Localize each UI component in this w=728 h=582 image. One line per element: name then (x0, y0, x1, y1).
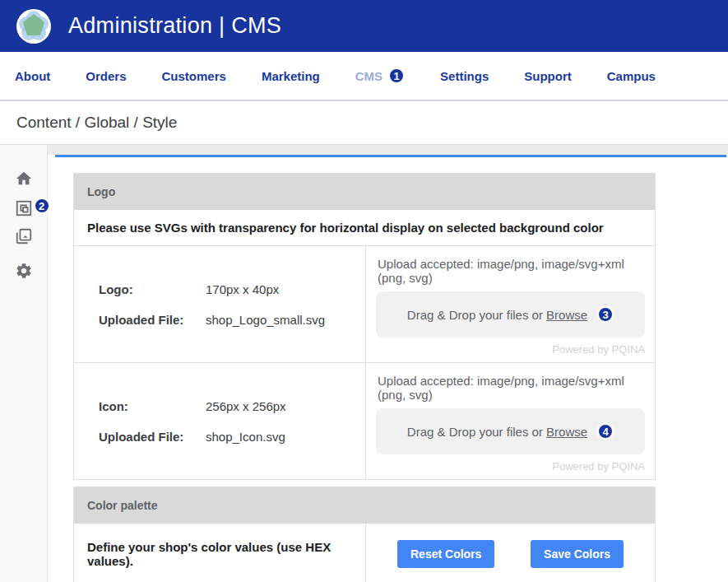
browse-link[interactable]: Browse (546, 425, 587, 439)
upload-accepted-text: Upload accepted: image/png, image/svg+xm… (378, 374, 645, 402)
palette-note: Define your shop's color values (use HEX… (74, 524, 365, 582)
main-nav: About Orders Customers Marketing CMS1 Se… (0, 52, 728, 101)
logo-section-note: Please use SVGs with transparency for ho… (74, 210, 655, 246)
home-icon[interactable] (15, 170, 33, 188)
nav-item-support[interactable]: Support (524, 69, 572, 83)
sidebar: 2 (0, 145, 48, 582)
icon-dropzone[interactable]: Drag & Drop your files or Browse 4 (376, 408, 645, 454)
nav-item-customers[interactable]: Customers (162, 69, 226, 83)
powered-by-label: Powered by PQINA (376, 460, 645, 473)
nav-item-cms[interactable]: CMS1 (355, 68, 405, 84)
nav-item-about[interactable]: About (15, 69, 50, 83)
content-area: 2 Logo Please use SVGs with transparency… (0, 145, 728, 582)
powered-by-label: Powered by PQINA (376, 343, 645, 356)
logo-size-field: Logo: 170px x 40px (99, 282, 349, 296)
app-header: Administration | CMS (0, 0, 728, 52)
media-library-icon[interactable] (15, 227, 33, 245)
browse-link[interactable]: Browse (546, 308, 587, 322)
nav-item-orders[interactable]: Orders (86, 69, 126, 83)
color-palette-section: Color palette Define your shop's color v… (73, 487, 656, 582)
settings-gear-icon[interactable] (15, 262, 33, 280)
icon-size-field: Icon: 256px x 256px (99, 399, 349, 413)
main-panel: Logo Please use SVGs with transparency f… (55, 155, 726, 582)
background-strip (0, 145, 728, 155)
annotation-badge-3: 3 (597, 306, 614, 323)
logo-upload-row: Logo: 170px x 40px Uploaded File: shop_L… (74, 246, 655, 362)
shop-logo-icon (16, 8, 52, 44)
logo-section-header: Logo (74, 174, 655, 210)
nav-item-settings[interactable]: Settings (440, 69, 489, 83)
nav-item-marketing[interactable]: Marketing (262, 69, 320, 83)
logo-section: Logo Please use SVGs with transparency f… (73, 173, 656, 480)
annotation-badge-1: 1 (388, 68, 405, 84)
icon-uploaded-file-field: Uploaded File: shop_Icon.svg (99, 430, 349, 444)
logo-uploaded-file-field: Uploaded File: shop_Logo_small.svg (99, 313, 349, 327)
pages-icon[interactable]: 2 (15, 199, 33, 217)
breadcrumb-bar: Content / Global / Style (0, 101, 728, 145)
logo-dropzone[interactable]: Drag & Drop your files or Browse 3 (376, 291, 645, 338)
annotation-badge-4: 4 (597, 423, 614, 440)
upload-accepted-text: Upload accepted: image/png, image/svg+xm… (378, 257, 645, 285)
save-colors-button[interactable]: Save Colors (531, 540, 624, 568)
icon-upload-row: Icon: 256px x 256px Uploaded File: shop_… (74, 362, 655, 479)
nav-item-campus[interactable]: Campus (607, 69, 656, 83)
reset-colors-button[interactable]: Reset Colors (397, 540, 494, 568)
page-title: Administration | CMS (68, 13, 281, 39)
palette-actions-row: Define your shop's color values (use HEX… (74, 524, 655, 582)
color-palette-header: Color palette (74, 487, 655, 524)
annotation-badge-2: 2 (34, 198, 50, 214)
breadcrumb: Content / Global / Style (16, 114, 177, 132)
